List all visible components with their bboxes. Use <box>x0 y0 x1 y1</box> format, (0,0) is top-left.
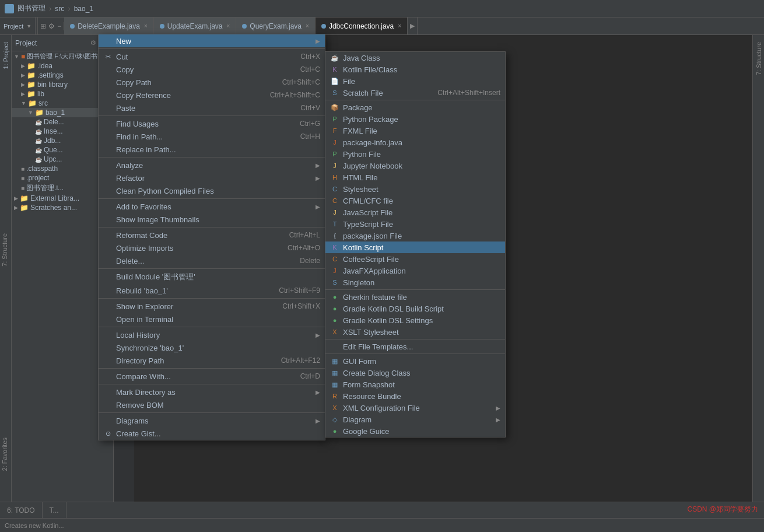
ctx-dir-path[interactable]: Directory Path Ctrl+Alt+F12 <box>99 354 325 367</box>
ctx-rebuild[interactable]: Rebuild 'bao_1' Ctrl+Shift+F9 <box>99 284 325 297</box>
ctx-compare-with[interactable]: Compare With... Ctrl+D <box>99 370 325 383</box>
gist-icon: ⊙ <box>103 429 113 438</box>
folder-icon: 📁 <box>20 194 29 202</box>
submenu-file[interactable]: 📄 File <box>325 75 505 87</box>
ctx-paste[interactable]: Paste Ctrl+V <box>99 102 325 114</box>
pkg-info-icon: J <box>330 138 339 147</box>
ctx-new[interactable]: New ▶ <box>99 34 325 47</box>
submenu-kotlin-file[interactable]: K Kotlin File/Class <box>325 64 505 75</box>
ctx-copy-ref[interactable]: Copy Reference Ctrl+Alt+Shift+C <box>99 89 325 102</box>
panel-project[interactable]: 1: Project <box>1 40 10 71</box>
btab-t[interactable]: T... <box>43 502 66 519</box>
submenu-gradle-kotlin-settings[interactable]: ● Gradle Kotlin DSL Settings <box>325 314 505 326</box>
ctx-local-history[interactable]: Local History ▶ <box>99 328 325 341</box>
submenu-jupyter[interactable]: J Jupyter Notebook <box>325 160 505 172</box>
tab-close-2[interactable]: × <box>306 23 309 29</box>
minimize-icon[interactable]: − <box>57 22 61 30</box>
ctx-mark-dir[interactable]: Mark Directory as ▶ <box>99 386 325 398</box>
panel-structure[interactable]: 7: Structure <box>754 40 763 78</box>
ctx-copy-path[interactable]: Copy Path Ctrl+Shift+C <box>99 76 325 89</box>
submenu-google-guice[interactable]: ● Google Guice <box>325 425 505 437</box>
ctx-find-usages[interactable]: Find Usages Ctrl+G <box>99 117 325 130</box>
submenu-singleton[interactable]: S Singleton <box>325 276 505 288</box>
gradle-build-icon: ● <box>330 304 339 313</box>
submenu-java-class[interactable]: ☕ Java Class <box>325 52 505 64</box>
ctx-find-path[interactable]: Find in Path... Ctrl+H <box>99 130 325 143</box>
submenu-resource-bundle[interactable]: R Resource Bundle <box>325 390 505 402</box>
jupyter-icon: J <box>330 161 339 170</box>
submenu-python-file[interactable]: P Python File <box>325 148 505 160</box>
javafx-icon: J <box>330 266 339 275</box>
ctx-analyze[interactable]: Analyze ▶ <box>99 159 325 172</box>
submenu-gherkin[interactable]: ● Gherkin feature file <box>325 291 505 303</box>
tab-project[interactable]: Project ▼ <box>0 18 36 35</box>
gradle-settings-icon: ● <box>330 316 339 325</box>
ctx-show-thumbnails[interactable]: Show Image Thumbnails <box>99 213 325 226</box>
tab-query-exam[interactable]: QueryExam.java × <box>236 18 316 35</box>
tab-update-exam[interactable]: UpdateExam.java × <box>154 18 237 35</box>
ctx-add-favorites[interactable]: Add to Favorites ▶ <box>99 200 325 213</box>
submenu-python-package[interactable]: P Python Package <box>325 113 505 125</box>
tab-close-3[interactable]: × <box>398 23 401 29</box>
submenu-gradle-kotlin-build[interactable]: ● Gradle Kotlin DSL Build Script <box>325 303 505 314</box>
ctx-remove-bom[interactable]: Remove BOM <box>99 398 325 411</box>
sidebar-settings-icon[interactable]: ⚙ <box>89 38 98 48</box>
tab-jdbc-connection[interactable]: JdbcConnection.java × <box>316 18 408 35</box>
submenu-fxml[interactable]: F FXML File <box>325 125 505 136</box>
submenu-cfml[interactable]: C CFML/CFC file <box>325 195 505 206</box>
copy-ref-icon <box>103 90 113 100</box>
submenu-coffeescript[interactable]: C CoffeeScript File <box>325 253 505 265</box>
ctx-cut[interactable]: ✂ Cut Ctrl+X <box>99 50 325 63</box>
submenu-json[interactable]: { package.json File <box>325 230 505 242</box>
new-submenu[interactable]: ☕ Java Class K Kotlin File/Class 📄 File … <box>325 51 506 438</box>
python-pkg-icon: P <box>330 114 339 124</box>
ctx-show-explorer[interactable]: Show in Explorer Ctrl+Shift+X <box>99 300 325 313</box>
ctx-diagrams[interactable]: Diagrams ▶ <box>99 414 325 427</box>
submenu-kotlin-script[interactable]: K Kotlin Script <box>325 242 505 253</box>
folder-icon: 📁 <box>20 204 29 212</box>
tab-close-0[interactable]: × <box>144 23 148 29</box>
context-menu[interactable]: New ▶ ✂ Cut Ctrl+X Copy Ctrl+C Copy Path… <box>98 34 325 440</box>
split-icon[interactable]: ⚙ <box>48 22 55 30</box>
submenu-diagram[interactable]: ◇ Diagram ▶ <box>325 414 505 425</box>
submenu-scratch-file[interactable]: S Scratch File Ctrl+Alt+Shift+Insert <box>325 87 505 99</box>
tree-idea-label: .idea <box>37 62 52 70</box>
submenu-edit-templates[interactable]: Edit File Templates... <box>325 341 505 352</box>
ctx-clean-python[interactable]: Clean Python Compiled Files <box>99 184 325 197</box>
submenu-arrow: ▶ <box>316 162 320 169</box>
submenu-form-snapshot[interactable]: ▦ Form Snapshot <box>325 379 505 390</box>
submenu-package[interactable]: 📦 Package <box>325 102 505 113</box>
submenu-stylesheet[interactable]: C Stylesheet <box>325 183 505 195</box>
ctx-create-gist[interactable]: ⊙ Create Gist... <box>99 427 325 440</box>
submenu-create-dialog[interactable]: ▦ Create Dialog Class <box>325 367 505 379</box>
submenu-xml-config[interactable]: X XML Configuration File ▶ <box>325 402 505 414</box>
tab-dot <box>242 24 247 29</box>
tree-bin-label: bin library <box>37 80 68 89</box>
submenu-javafx[interactable]: J JavaFXApplication <box>325 265 505 276</box>
ctx-copy[interactable]: Copy Ctrl+C <box>99 63 325 76</box>
submenu-xslt[interactable]: X XSLT Stylesheet <box>325 326 505 338</box>
ctx-sync[interactable]: Synchronize 'bao_1' <box>99 341 325 354</box>
ctx-reformat[interactable]: Reformat Code Ctrl+Alt+L <box>99 229 325 242</box>
folder-icon: 📁 <box>27 71 36 79</box>
separator <box>99 157 325 158</box>
kotlin-script-icon: K <box>330 243 339 252</box>
ctx-refactor[interactable]: Refactor ▶ <box>99 172 325 184</box>
refactor-icon <box>103 173 113 183</box>
tab-more[interactable]: ▶ <box>408 18 418 35</box>
ctx-replace-path[interactable]: Replace in Path... <box>99 143 325 156</box>
tab-close-1[interactable]: × <box>226 23 230 29</box>
package-icon: 📦 <box>330 103 339 112</box>
submenu-js[interactable]: J JavaScript File <box>325 206 505 218</box>
submenu-gui-form[interactable]: ▦ GUI Form <box>325 355 505 367</box>
ctx-delete[interactable]: Delete... Delete <box>99 254 325 267</box>
tab-delete-example[interactable]: DeleteExample.java × <box>64 18 154 35</box>
ctx-open-terminal[interactable]: Open in Terminal <box>99 313 325 326</box>
submenu-ts[interactable]: T TypeScript File <box>325 218 505 230</box>
submenu-html[interactable]: H HTML File <box>325 172 505 183</box>
submenu-package-info[interactable]: J package-info.java <box>325 136 505 148</box>
btab-todo[interactable]: 6: TODO <box>0 502 43 519</box>
ctx-build-module[interactable]: Build Module '图书管理' <box>99 270 325 284</box>
ctx-optimize[interactable]: Optimize Imports Ctrl+Alt+O <box>99 242 325 254</box>
expand-icon[interactable]: ⊞ <box>40 22 46 30</box>
